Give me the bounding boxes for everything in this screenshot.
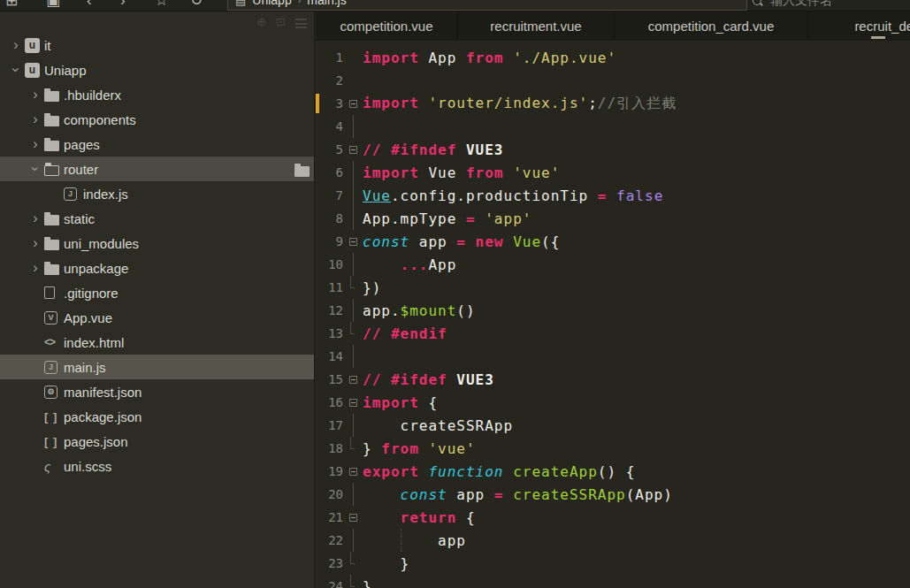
code-line[interactable]: 21 return { — [316, 506, 910, 529]
tree-item-pages.json[interactable]: [ ]pages.json — [0, 429, 315, 454]
json-icon: [ ] — [44, 435, 64, 448]
js-icon: J — [44, 361, 64, 374]
tab-competition.vue[interactable]: competition.vue — [316, 11, 458, 41]
fold-toggle-icon[interactable] — [346, 230, 360, 253]
back-icon[interactable]: ‹ — [87, 0, 92, 10]
tree-item-uni_modules[interactable]: ›uni_modules — [0, 231, 315, 256]
hbuilderx-window: ⊞▣‹›☆↻ ▤ Uniapp › main.js 输入文件名 ⊕ ⊡ ›uit… — [0, 0, 910, 588]
tree-item-App.vue[interactable]: VApp.vue — [0, 305, 315, 330]
chevron-collapsed-icon[interactable]: › — [27, 137, 44, 151]
code-text: } from 'vue' — [363, 440, 476, 457]
tree-item-manifest.json[interactable]: ⚙manifest.json — [0, 379, 315, 404]
code-text: } — [363, 555, 409, 572]
breadcrumb[interactable]: ▤ Uniapp › main.js — [227, 0, 747, 11]
code-line[interactable]: 4 — [316, 115, 910, 138]
tab-scroll-indicator[interactable] — [871, 36, 885, 39]
tree-item-Uniapp[interactable]: ›uUniapp — [0, 57, 315, 82]
fold-toggle-icon[interactable] — [346, 368, 360, 391]
code-line[interactable]: 12app.$mount() — [316, 299, 910, 322]
tree-item-index.js[interactable]: Jindex.js — [0, 181, 315, 206]
chevron-expanded-icon[interactable]: › — [28, 160, 42, 178]
refresh-icon[interactable]: ↻ — [190, 0, 203, 10]
new-file-icon[interactable]: ⊞ — [5, 0, 18, 10]
search-placeholder: 输入文件名 — [770, 0, 832, 9]
tree-item-.hbuilderx[interactable]: ›.hbuilderx — [0, 82, 315, 107]
code-text: App.mpType = 'app' — [363, 210, 531, 227]
fold-toggle-icon[interactable] — [346, 460, 360, 483]
breadcrumb-file[interactable]: main.js — [307, 0, 346, 7]
code-line[interactable]: 7Vue.config.productionTip = false — [316, 184, 910, 207]
chevron-collapsed-icon[interactable]: › — [27, 261, 44, 275]
folder-icon[interactable] — [294, 166, 310, 177]
tab-recruit_detail.vue[interactable]: recruit_detail.vue — [808, 11, 910, 41]
tree-item-.gitignore[interactable]: .gitignore — [0, 280, 315, 305]
code-line[interactable]: 22 app — [316, 529, 910, 552]
chevron-collapsed-icon[interactable]: › — [27, 88, 44, 102]
scss-icon: ς — [44, 459, 64, 474]
code-line[interactable]: 10 ...App — [316, 253, 910, 276]
forward-icon[interactable]: › — [120, 0, 126, 10]
menu-icon[interactable] — [295, 19, 307, 28]
code-line[interactable]: 17 createSSRApp — [316, 414, 910, 437]
code-line[interactable]: 18} from 'vue' — [316, 437, 910, 460]
tree-item-router[interactable]: ›router — [0, 157, 315, 181]
tree-item-unpackage[interactable]: ›unpackage — [0, 256, 315, 280]
fold-toggle-icon[interactable] — [346, 92, 360, 115]
breadcrumb-project[interactable]: Uniapp — [252, 0, 291, 7]
fold-strip — [346, 46, 360, 69]
code-line[interactable]: 8App.mpType = 'app' — [316, 207, 910, 230]
tree-item-label: .gitignore — [64, 286, 119, 301]
code-line[interactable]: 6import Vue from 'vue' — [316, 161, 910, 184]
line-number: 7 — [316, 188, 346, 202]
code-line[interactable]: 15// #ifdef VUE3 — [316, 368, 910, 391]
chevron-collapsed-icon[interactable]: › — [27, 236, 44, 250]
line-number: 6 — [316, 165, 346, 179]
code-line[interactable]: 5// #ifndef VUE3 — [316, 138, 910, 161]
chevron-collapsed-icon[interactable]: › — [27, 112, 44, 126]
code-line[interactable]: 20 const app = createSSRApp(App) — [316, 483, 910, 506]
code-text: // #ifdef VUE3 — [363, 371, 494, 388]
code-line[interactable]: 3import 'router/index.js';//引入拦截 — [316, 92, 910, 115]
code-line[interactable]: 2 — [316, 69, 910, 92]
tree-item-index.html[interactable]: <>index.html — [0, 330, 315, 355]
fold-toggle-icon[interactable] — [346, 506, 360, 529]
file-search-input[interactable]: 输入文件名 — [752, 0, 832, 11]
code-text: // #endif — [363, 325, 447, 342]
collapse-all-icon[interactable]: ⊡ — [276, 14, 286, 30]
code-line[interactable]: 16import { — [316, 391, 910, 414]
chevron-collapsed-icon[interactable]: › — [27, 211, 44, 225]
code-line[interactable]: 14 — [316, 345, 910, 368]
code-text: createSSRApp — [363, 417, 513, 434]
tab-competition_card.vue[interactable]: competition_card.vue — [615, 11, 808, 41]
code-line[interactable]: 1import App from './App.vue' — [316, 46, 910, 69]
tree-item-label: static — [64, 211, 95, 226]
code-line[interactable]: 19export function createApp() { — [316, 460, 910, 483]
tree-item-main.js[interactable]: Jmain.js — [0, 355, 315, 379]
folder-icon — [44, 212, 64, 225]
code-line[interactable]: 23 } — [316, 552, 910, 575]
favorite-star-icon[interactable]: ☆ — [155, 0, 168, 10]
tree-item-components[interactable]: ›components — [0, 107, 315, 132]
tree-item-package.json[interactable]: [ ]package.json — [0, 404, 315, 429]
chevron-collapsed-icon[interactable]: › — [7, 38, 25, 52]
tree-item-static[interactable]: ›static — [0, 206, 315, 231]
tab-recruitment.vue[interactable]: recruitment.vue — [458, 11, 615, 41]
fold-toggle-icon[interactable] — [346, 138, 360, 161]
tree-item-it[interactable]: ›uit — [0, 33, 315, 57]
code-line[interactable]: 24} — [316, 575, 910, 588]
tree-item-uni.scss[interactable]: ςuni.scss — [0, 454, 315, 478]
line-number: 3 — [316, 96, 346, 111]
tree-item-pages[interactable]: ›pages — [0, 132, 315, 157]
code-line[interactable]: 13// #endif — [316, 322, 910, 345]
tab-label: competition.vue — [340, 19, 432, 34]
new-window-icon[interactable]: ▣ — [46, 0, 60, 10]
code-area[interactable]: 1import App from './App.vue'23import 'ro… — [316, 41, 910, 588]
line-number: 10 — [316, 257, 346, 271]
add-icon[interactable]: ⊕ — [256, 14, 266, 30]
line-number: 2 — [316, 73, 346, 88]
fold-toggle-icon[interactable] — [346, 391, 360, 414]
code-line[interactable]: 9const app = new Vue({ — [316, 230, 910, 253]
chevron-expanded-icon[interactable]: › — [9, 61, 23, 79]
chevron-right-icon: › — [298, 0, 302, 5]
code-line[interactable]: 11}) — [316, 276, 910, 299]
